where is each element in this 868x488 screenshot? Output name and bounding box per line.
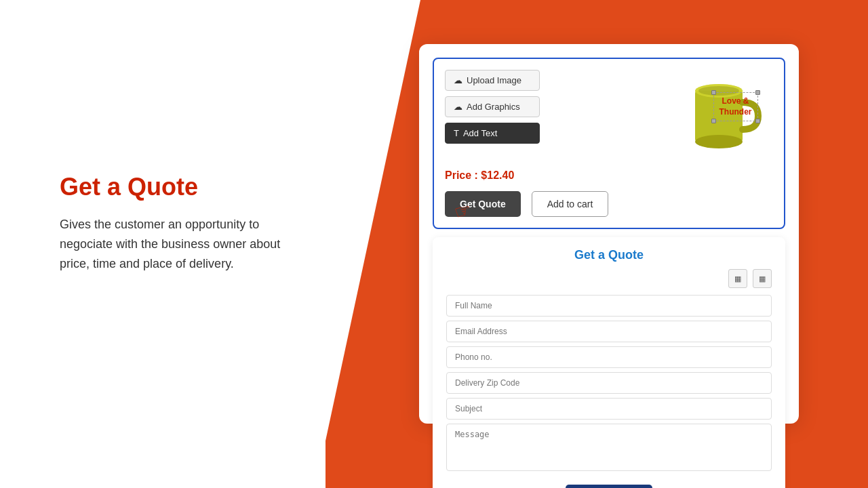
editor-buttons: ☁ Upload Image ☁ Add Graphics T Add Text xyxy=(445,70,540,144)
mug-area: Love & Thunder xyxy=(668,70,773,161)
svg-point-2 xyxy=(695,135,743,148)
add-text-label: Add Text xyxy=(463,128,497,138)
mug-container: Love & Thunder xyxy=(677,72,765,160)
calendar-icon-2: ▦ xyxy=(759,274,766,283)
phone-input[interactable] xyxy=(446,346,772,368)
submit-button[interactable]: Submit xyxy=(566,485,652,488)
handle xyxy=(755,119,760,123)
zip-input[interactable] xyxy=(446,372,772,394)
editor-section: ☁ Upload Image ☁ Add Graphics T Add Text xyxy=(433,58,785,229)
handle xyxy=(711,119,716,123)
action-buttons: Get Quote Add to cart xyxy=(445,191,773,217)
email-input[interactable] xyxy=(446,321,772,342)
price-row: Price : $12.40 xyxy=(445,161,773,182)
calendar-icon-button-2[interactable]: ▦ xyxy=(753,269,772,288)
mug-text-line2: Thunder xyxy=(719,107,752,117)
message-textarea[interactable] xyxy=(446,424,772,471)
add-graphics-button[interactable]: ☁ Add Graphics xyxy=(445,96,540,117)
calendar-icon-button-1[interactable]: ▦ xyxy=(728,269,747,288)
upload-image-label: Upload Image xyxy=(467,75,521,85)
handle xyxy=(711,90,716,95)
form-icons-row: ▦ ▦ xyxy=(446,269,772,288)
main-heading: Get a Quote xyxy=(60,173,304,201)
graphics-icon: ☁ xyxy=(454,102,462,112)
quote-form: Get a Quote ▦ ▦ Submit xyxy=(433,237,785,488)
mug-text-line1: Love & xyxy=(722,96,749,106)
main-description: Gives the customer an opportunity to neg… xyxy=(60,215,304,273)
mug-text-overlay: Love & Thunder xyxy=(713,92,758,122)
main-card: ☁ Upload Image ☁ Add Graphics T Add Text xyxy=(419,44,799,424)
text-icon: T xyxy=(454,128,459,138)
left-content: Get a Quote Gives the customer an opport… xyxy=(60,173,304,273)
subject-input[interactable] xyxy=(446,398,772,420)
handle xyxy=(755,90,760,95)
add-graphics-label: Add Graphics xyxy=(467,102,520,112)
add-text-button[interactable]: T Add Text xyxy=(445,123,540,144)
calendar-icon-1: ▦ xyxy=(734,274,741,283)
price-value: $12.40 xyxy=(481,169,514,181)
add-to-cart-button[interactable]: Add to cart xyxy=(532,191,609,217)
quote-form-title: Get a Quote xyxy=(446,248,772,262)
upload-image-button[interactable]: ☁ Upload Image xyxy=(445,70,540,91)
price-label: Price : xyxy=(445,169,481,181)
full-name-input[interactable] xyxy=(446,295,772,317)
upload-icon: ☁ xyxy=(454,75,462,85)
